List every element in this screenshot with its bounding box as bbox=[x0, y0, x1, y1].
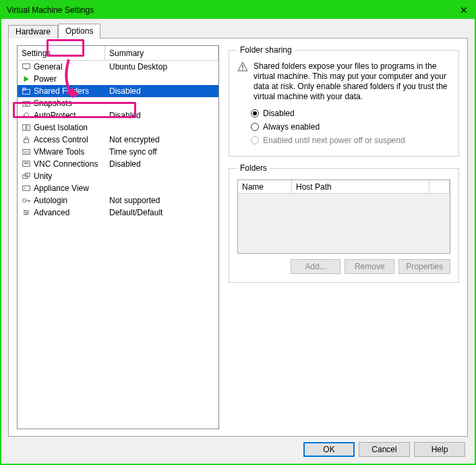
item-label: General bbox=[34, 62, 63, 72]
svg-rect-9 bbox=[27, 125, 30, 131]
isolation-icon bbox=[22, 123, 31, 132]
svg-marker-2 bbox=[24, 76, 29, 82]
monitor-icon bbox=[22, 62, 31, 72]
folders-group: Folders Name Host Path Add... Remove Pro… bbox=[229, 163, 459, 283]
list-item-autologin[interactable]: Autologin Not supported bbox=[18, 194, 218, 207]
sliders-icon bbox=[22, 208, 31, 217]
list-item-general[interactable]: General Ubuntu Desktop bbox=[18, 61, 218, 73]
item-label: Autologin bbox=[34, 196, 67, 205]
tab-strip: Hardware Options bbox=[8, 24, 468, 38]
radio-label: Always enabled bbox=[263, 122, 320, 132]
warning-text: Shared folders expose your files to prog… bbox=[254, 61, 450, 102]
radio-always[interactable]: Always enabled bbox=[251, 121, 450, 133]
list-item-appliance-view[interactable]: Appliance View bbox=[18, 182, 218, 194]
item-summary: Disabled bbox=[105, 86, 218, 96]
list-item-unity[interactable]: Unity bbox=[18, 170, 218, 182]
svg-text:vm: vm bbox=[24, 150, 30, 154]
list-item-shared-folders[interactable]: Shared Folders Disabled bbox=[18, 85, 218, 97]
col-header-spacer bbox=[429, 180, 450, 193]
tab-hardware[interactable]: Hardware bbox=[8, 25, 58, 38]
folder-sharing-group: Folder sharing Shared folders expose you… bbox=[229, 45, 459, 157]
svg-rect-10 bbox=[24, 139, 29, 142]
list-item-vmware-tools[interactable]: vmVMware Tools Time sync off bbox=[18, 146, 218, 158]
item-label: Shared Folders bbox=[34, 86, 89, 96]
close-icon[interactable]: ✕ bbox=[460, 5, 468, 16]
vnc-icon bbox=[22, 159, 31, 169]
svg-rect-18 bbox=[23, 186, 30, 191]
play-icon bbox=[22, 74, 31, 84]
properties-button: Properties bbox=[398, 259, 450, 274]
list-item-snapshots[interactable]: Snapshots bbox=[18, 97, 218, 109]
col-header-summary[interactable]: Summary bbox=[105, 46, 218, 60]
svg-point-20 bbox=[23, 198, 26, 202]
svg-rect-14 bbox=[24, 162, 29, 163]
list-item-advanced[interactable]: Advanced Default/Default bbox=[18, 207, 218, 219]
list-item-access-control[interactable]: Access Control Not encrypted bbox=[18, 134, 218, 146]
radio-label: Disabled bbox=[263, 109, 295, 118]
item-summary: Ubuntu Desktop bbox=[105, 62, 218, 72]
folders-table[interactable]: Name Host Path bbox=[237, 180, 450, 254]
key-icon bbox=[22, 196, 31, 205]
ok-button[interactable]: OK bbox=[303, 442, 355, 457]
svg-rect-23 bbox=[25, 214, 26, 215]
item-label: AutoProtect bbox=[34, 111, 76, 120]
svg-point-6 bbox=[25, 103, 28, 105]
item-summary: Not supported bbox=[105, 196, 218, 205]
item-label: Unity bbox=[34, 171, 52, 181]
refresh-icon bbox=[22, 111, 31, 120]
list-item-guest-isolation[interactable]: Guest Isolation bbox=[18, 121, 218, 134]
svg-rect-26 bbox=[242, 69, 243, 70]
list-header: Settings Summary bbox=[18, 46, 218, 61]
svg-rect-1 bbox=[25, 70, 28, 70]
item-label: Guest Isolation bbox=[34, 123, 88, 132]
warning-icon bbox=[237, 61, 248, 72]
item-label: Advanced bbox=[34, 208, 69, 217]
settings-list[interactable]: Settings Summary General Ubuntu Desktop … bbox=[17, 45, 219, 429]
window-title: Virtual Machine Settings bbox=[7, 5, 94, 15]
col-header-name[interactable]: Name bbox=[238, 180, 292, 193]
tab-page-options: Settings Summary General Ubuntu Desktop … bbox=[8, 38, 468, 437]
appliance-icon bbox=[22, 184, 31, 193]
svg-rect-22 bbox=[27, 212, 28, 213]
item-summary: Disabled bbox=[105, 159, 218, 169]
item-summary: Time sync off bbox=[105, 147, 218, 157]
dialog-footer: OK Cancel Help bbox=[8, 437, 468, 457]
radio-icon bbox=[251, 136, 259, 144]
svg-rect-25 bbox=[242, 65, 243, 68]
list-item-vnc[interactable]: VNC Connections Disabled bbox=[18, 158, 218, 170]
svg-point-19 bbox=[24, 188, 26, 189]
vm-icon: vm bbox=[22, 147, 31, 157]
svg-rect-21 bbox=[24, 211, 26, 212]
item-summary: Not encrypted bbox=[105, 135, 218, 144]
svg-rect-0 bbox=[23, 64, 30, 69]
add-button: Add... bbox=[291, 259, 340, 274]
svg-rect-15 bbox=[24, 163, 29, 164]
list-item-autoprotect[interactable]: AutoProtect Disabled bbox=[18, 109, 218, 121]
folders-legend: Folders bbox=[237, 163, 270, 173]
item-label: Snapshots bbox=[34, 99, 72, 108]
unity-icon bbox=[22, 171, 31, 181]
camera-icon bbox=[22, 99, 31, 108]
item-summary: Default/Default bbox=[105, 208, 218, 217]
item-label: VNC Connections bbox=[34, 159, 98, 169]
item-label: VMware Tools bbox=[34, 147, 84, 157]
shared-folder-icon bbox=[22, 86, 31, 96]
radio-icon bbox=[251, 123, 259, 131]
item-summary: Disabled bbox=[105, 111, 218, 120]
remove-button: Remove bbox=[345, 259, 394, 274]
tab-options[interactable]: Options bbox=[58, 24, 100, 38]
cancel-button[interactable]: Cancel bbox=[359, 442, 410, 457]
lock-icon bbox=[22, 135, 31, 144]
item-label: Access Control bbox=[34, 135, 88, 144]
radio-until-poweroff: Enabled until next power off or suspend bbox=[251, 134, 450, 146]
item-label: Power bbox=[34, 74, 57, 84]
col-header-settings[interactable]: Settings bbox=[18, 46, 105, 60]
col-header-hostpath[interactable]: Host Path bbox=[292, 180, 429, 193]
titlebar: Virtual Machine Settings ✕ bbox=[1, 1, 475, 19]
help-button[interactable]: Help bbox=[414, 442, 465, 457]
radio-disabled[interactable]: Disabled bbox=[251, 107, 450, 119]
radio-icon bbox=[251, 109, 259, 117]
list-item-power[interactable]: Power bbox=[18, 73, 218, 85]
folder-sharing-legend: Folder sharing bbox=[237, 45, 295, 55]
radio-label: Enabled until next power off or suspend bbox=[263, 136, 405, 145]
